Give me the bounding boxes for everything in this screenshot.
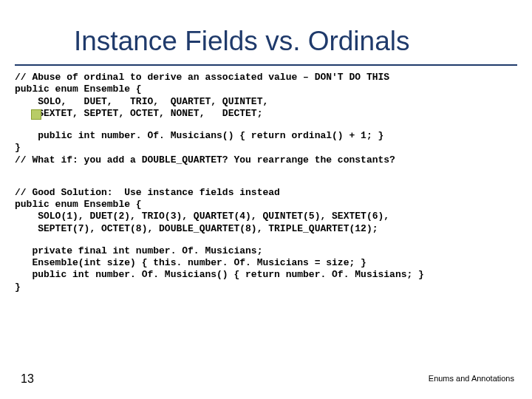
code-block-1: // Abuse of ordinal to derive an associa…: [15, 72, 532, 120]
code-block-3: // Good Solution: Use instance fields in…: [15, 187, 532, 235]
bullet-icon: [31, 109, 41, 120]
page-title: Instance Fields vs. Ordinals: [74, 26, 532, 57]
title-divider: [15, 64, 517, 66]
page-number: 13: [21, 372, 34, 386]
footer-label: Enums and Annotations: [429, 374, 514, 383]
code-block-2: public int number. Of. Musicians() { ret…: [15, 130, 532, 166]
code-block-4: private final int number. Of. Musicians;…: [15, 245, 532, 293]
